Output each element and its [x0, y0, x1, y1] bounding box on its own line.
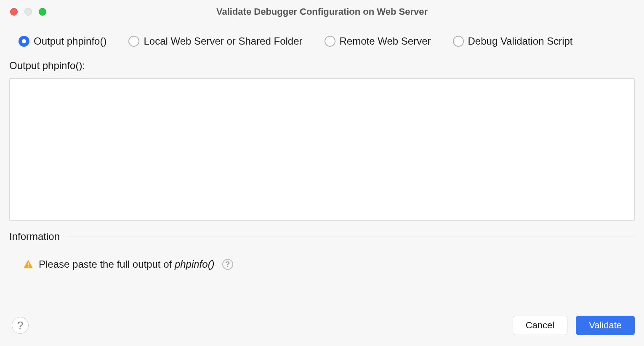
info-text-prefix: Please paste the full output of — [39, 258, 175, 270]
radio-local-web-server[interactable]: Local Web Server or Shared Folder — [128, 35, 302, 47]
info-help-icon[interactable]: ? — [222, 259, 233, 270]
radio-label: Output phpinfo() — [34, 35, 106, 47]
information-text: Please paste the full output of phpinfo(… — [39, 258, 215, 270]
radio-indicator-icon — [19, 36, 29, 47]
content-area: Output phpinfo(): Information Please pas… — [0, 60, 644, 307]
radio-remote-web-server[interactable]: Remote Web Server — [325, 35, 431, 47]
window-title: Validate Debugger Configuration on Web S… — [0, 6, 644, 17]
radio-label: Local Web Server or Shared Folder — [144, 35, 302, 47]
phpinfo-output-label: Output phpinfo(): — [9, 60, 635, 72]
traffic-lights — [0, 8, 46, 16]
radio-indicator-icon — [453, 36, 464, 47]
phpinfo-output-textarea[interactable] — [9, 78, 635, 221]
radio-output-phpinfo[interactable]: Output phpinfo() — [19, 35, 106, 47]
information-section-title: Information — [9, 231, 60, 242]
validate-button[interactable]: Validate — [576, 316, 635, 335]
section-divider — [67, 237, 635, 237]
warning-icon — [23, 259, 34, 270]
information-message: Please paste the full output of phpinfo(… — [9, 242, 635, 270]
titlebar: Validate Debugger Configuration on Web S… — [0, 0, 644, 24]
info-text-italic: phpinfo() — [175, 258, 215, 270]
radio-label: Debug Validation Script — [468, 35, 573, 47]
maximize-window-button[interactable] — [39, 8, 46, 16]
cancel-button[interactable]: Cancel — [513, 316, 567, 335]
information-section-header: Information — [9, 231, 635, 242]
svg-rect-1 — [28, 266, 29, 267]
svg-rect-0 — [28, 263, 29, 266]
radio-indicator-icon — [325, 36, 335, 47]
dialog-footer: ? Cancel Validate — [0, 307, 644, 346]
help-button[interactable]: ? — [12, 317, 29, 334]
dialog-window: Validate Debugger Configuration on Web S… — [0, 0, 644, 346]
radio-debug-validation-script[interactable]: Debug Validation Script — [453, 35, 573, 47]
radio-label: Remote Web Server — [340, 35, 431, 47]
mode-radio-group: Output phpinfo() Local Web Server or Sha… — [0, 24, 644, 60]
minimize-window-button[interactable] — [24, 8, 32, 16]
close-window-button[interactable] — [10, 8, 18, 16]
radio-indicator-icon — [128, 36, 139, 47]
